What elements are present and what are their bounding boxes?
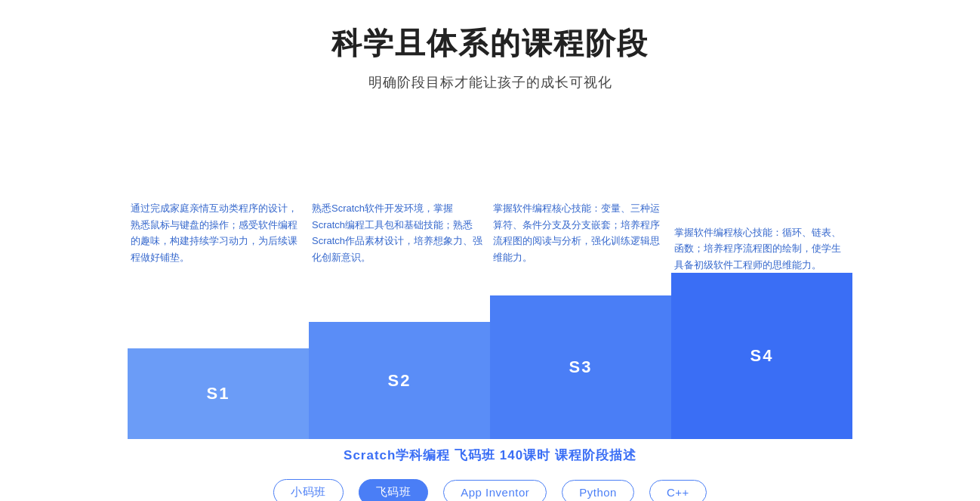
desc-row: 通过完成家庭亲情互动类程序的设计，熟悉鼠标与键盘的操作；感受软件编程的趣味，构建…	[128, 122, 852, 273]
tabs-row: 小码班 飞码班 App Inventor Python C++	[273, 479, 707, 501]
page-subtitle: 明确阶段目标才能让孩子的成长可视化	[368, 73, 612, 91]
stair-s3: S3	[490, 295, 671, 439]
desc-s2: 熟悉Scratch软件开发环境，掌握Scratch编程工具包和基础技能；熟悉Sc…	[309, 200, 490, 273]
stair-s4: S4	[671, 273, 852, 439]
page-title: 科学且体系的课程阶段	[331, 23, 649, 64]
desc-s1: 通过完成家庭亲情互动类程序的设计，熟悉鼠标与键盘的操作；感受软件编程的趣味，构建…	[128, 200, 309, 273]
tab-python[interactable]: Python	[562, 480, 634, 501]
tab-cpp[interactable]: C++	[649, 480, 707, 501]
page-container: 科学且体系的课程阶段 明确阶段目标才能让孩子的成长可视化 通过完成家庭亲情互动类…	[0, 0, 980, 501]
stair-s1: S1	[128, 348, 309, 439]
tab-appinventor[interactable]: App Inventor	[443, 480, 547, 501]
desc-s4: 掌握软件编程核心技能：循环、链表、函数；培养程序流程图的绘制，使学生具备初级软件…	[671, 224, 852, 273]
chart-wrapper: 通过完成家庭亲情互动类程序的设计，熟悉鼠标与键盘的操作；感受软件编程的趣味，构建…	[128, 122, 852, 439]
stair-s2: S2	[309, 322, 490, 439]
bottom-section: Scratch学科编程 飞码班 140课时 课程阶段描述 小码班 飞码班 App…	[273, 447, 707, 501]
stairs: S1 S2 S3 S4	[128, 273, 852, 439]
tab-feima[interactable]: 飞码班	[359, 479, 429, 501]
course-info: Scratch学科编程 飞码班 140课时 课程阶段描述	[344, 447, 636, 464]
tab-xiaoma[interactable]: 小码班	[273, 479, 344, 501]
desc-s3: 掌握软件编程核心技能：变量、三种运算符、条件分支及分支嵌套；培养程序流程图的阅读…	[490, 200, 671, 273]
